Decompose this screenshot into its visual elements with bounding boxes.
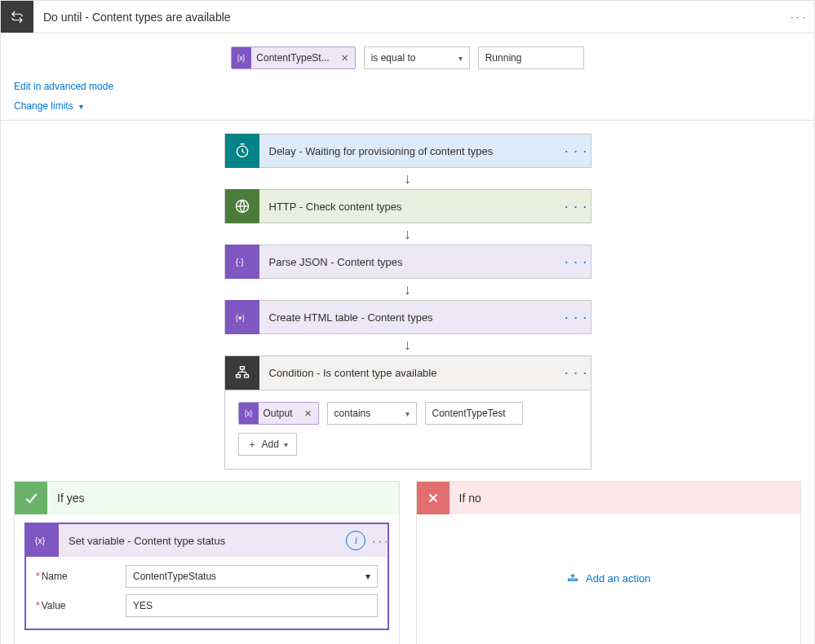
branch-no-header[interactable]: If no	[417, 482, 801, 514]
add-condition-label: Add	[262, 439, 279, 450]
condition-operator-dropdown[interactable]: is equal to ▾	[364, 46, 470, 69]
close-icon	[417, 482, 450, 514]
set-variable-title: Set variable - Content type status	[59, 535, 346, 547]
fx-icon: {x}	[239, 403, 259, 424]
chevron-down-icon: ▾	[365, 571, 370, 582]
loop-title[interactable]: Do until - Content types are available	[33, 1, 782, 33]
condition-left-token[interactable]: {x} ContentTypeSt... ✕	[231, 46, 355, 69]
condition-body: {x} Output ✕ contains ▾ ContentTypeTest …	[224, 390, 591, 470]
loop-menu-button[interactable]: · · ·	[782, 1, 814, 33]
http-icon	[225, 189, 259, 223]
set-variable-card[interactable]: {x} Set variable - Content type status i…	[24, 523, 389, 630]
cond-operator-value: contains	[334, 408, 371, 419]
action-parse-json[interactable]: {·} Parse JSON - Content types · · ·	[224, 245, 591, 279]
action-parse-json-label: Parse JSON - Content types	[259, 256, 563, 268]
branch-yes-header[interactable]: If yes	[15, 482, 399, 514]
svg-rect-5	[240, 366, 244, 368]
condition-operator-value: is equal to	[371, 52, 416, 64]
branch-yes-title: If yes	[47, 492, 84, 505]
parse-json-icon: {·}	[225, 245, 259, 279]
plus-icon: ＋	[247, 438, 257, 452]
check-icon	[15, 482, 47, 514]
condition-right-value-text: Running	[485, 52, 522, 64]
svg-rect-6	[236, 374, 240, 377]
condition-card[interactable]: Condition - Is content type available · …	[224, 355, 591, 390]
loop-icon	[1, 1, 33, 33]
svg-text:{x}: {x}	[237, 55, 246, 62]
cond-right-value[interactable]: ContentTypeTest	[425, 402, 523, 425]
add-action-no-label: Add an action	[586, 572, 651, 584]
info-icon[interactable]: i	[346, 531, 365, 550]
svg-text:{▾}: {▾}	[235, 314, 244, 322]
value-field-value: YES	[133, 600, 153, 611]
branch-no-title: If no	[450, 492, 481, 505]
svg-text:{x}: {x}	[35, 536, 46, 545]
arrow-down-icon: ↓	[404, 337, 411, 352]
branch-no: If no Add an action	[416, 481, 802, 644]
svg-text:{x}: {x}	[244, 410, 252, 417]
branch-yes: If yes {x} Set variable - Content type s…	[14, 481, 400, 644]
cond-left-token-text: Output	[259, 408, 298, 419]
add-action-icon	[566, 571, 579, 584]
edit-advanced-mode-link[interactable]: Edit in advanced mode	[14, 81, 113, 92]
arrow-down-icon: ↓	[404, 282, 411, 297]
chevron-down-icon: ▾	[79, 102, 83, 111]
add-action-no[interactable]: Add an action	[566, 571, 651, 584]
html-table-icon: {▾}	[225, 300, 259, 334]
action-http[interactable]: HTTP - Check content types · · ·	[224, 189, 591, 223]
action-http-menu[interactable]: · · ·	[563, 201, 591, 213]
name-field-value: ContentTypeStatus	[133, 571, 216, 582]
arrow-down-icon: ↓	[404, 171, 411, 186]
action-delay[interactable]: Delay - Waiting for provisioning of cont…	[224, 134, 591, 168]
action-delay-menu[interactable]: · · ·	[563, 145, 591, 157]
change-limits-link[interactable]: Change limits	[14, 100, 73, 112]
fx-icon: {x}	[232, 47, 251, 68]
arrow-down-icon: ↓	[404, 227, 411, 241]
action-html-table-menu[interactable]: · · ·	[563, 311, 591, 324]
remove-token-button[interactable]: ✕	[298, 408, 318, 419]
cond-left-token[interactable]: {x} Output ✕	[238, 402, 319, 425]
condition-left-token-text: ContentTypeSt...	[251, 52, 334, 64]
delay-icon	[225, 134, 259, 168]
action-http-label: HTTP - Check content types	[259, 201, 563, 213]
condition-icon	[225, 356, 259, 390]
action-html-table[interactable]: {▾} Create HTML table - Content types · …	[224, 300, 591, 334]
chevron-down-icon: ▾	[284, 440, 288, 449]
cond-right-value-text: ContentTypeTest	[432, 408, 506, 419]
value-field-label: *Value	[36, 600, 117, 611]
action-delay-label: Delay - Waiting for provisioning of cont…	[259, 145, 563, 157]
svg-text:{·}: {·}	[235, 257, 244, 267]
value-field-input[interactable]: YES	[126, 594, 378, 617]
variable-icon: {x}	[26, 524, 59, 557]
set-variable-menu[interactable]: · · ·	[372, 535, 387, 547]
condition-card-label: Condition - Is content type available	[259, 367, 563, 379]
svg-rect-13	[569, 579, 578, 580]
chevron-down-icon: ▾	[405, 409, 410, 418]
chevron-down-icon: ▾	[458, 54, 463, 63]
name-field-dropdown[interactable]: ContentTypeStatus ▾	[126, 565, 378, 588]
name-field-label: *Name	[36, 571, 117, 582]
add-condition-button[interactable]: ＋ Add ▾	[238, 433, 297, 456]
remove-token-button[interactable]: ✕	[334, 53, 355, 64]
cond-operator-dropdown[interactable]: contains ▾	[327, 402, 417, 425]
condition-card-menu[interactable]: · · ·	[563, 367, 591, 379]
condition-right-value[interactable]: Running	[478, 46, 584, 69]
action-html-table-label: Create HTML table - Content types	[259, 311, 563, 324]
svg-rect-7	[244, 374, 248, 377]
action-parse-json-menu[interactable]: · · ·	[563, 256, 591, 268]
